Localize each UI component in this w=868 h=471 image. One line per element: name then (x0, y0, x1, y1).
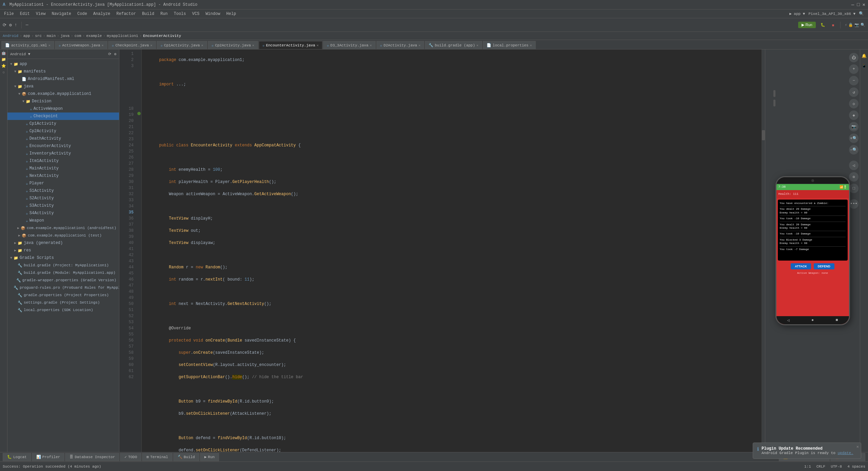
sidebar-sync-icon[interactable]: ⟳ (108, 52, 111, 56)
minimize-button[interactable]: — (851, 2, 854, 7)
stop-btn[interactable]: ■ (830, 22, 836, 28)
bottom-tab-db-inspector[interactable]: 🗄 Database Inspector (65, 453, 119, 461)
tree-cp2activity[interactable]: ▶ ☕ Cp2Activity (7, 127, 119, 135)
tree-androidtest[interactable]: ▶ 📦 com.example.myapplication1 (androidT… (7, 224, 119, 232)
tab-close-icon[interactable]: ✕ (102, 43, 104, 47)
tab-encounteractivity[interactable]: ☕ EncounterActivity.java ✕ (259, 41, 322, 49)
tree-s2activity[interactable]: ▶ ☕ S2Activity (7, 194, 119, 202)
more-btn[interactable]: ••• (849, 199, 859, 209)
tree-cp1activity[interactable]: ▶ ☕ Cp1Activity (7, 120, 119, 127)
menu-view[interactable]: View (33, 11, 48, 17)
menu-edit[interactable]: Edit (17, 11, 33, 17)
tab-close-icon[interactable]: ✕ (476, 43, 478, 47)
breadcrumb-main[interactable]: main (47, 34, 56, 38)
close-button[interactable]: ✕ (863, 2, 865, 7)
tree-settings-gradle[interactable]: ▶ 🔧 settings.gradle (Project Settings) (7, 299, 119, 306)
zoom-out-btn[interactable]: −🔍 (849, 145, 859, 155)
search-everywhere-btn[interactable]: 🔍 (859, 11, 864, 16)
tree-app[interactable]: ▼ 📁 app (7, 60, 119, 68)
menu-help[interactable]: Help (223, 11, 239, 17)
tab-build-gradle[interactable]: 🔧 build.gradle (app) ✕ (425, 41, 482, 49)
tree-itm1activity[interactable]: ▶ ☕ Itm1Activity (7, 157, 119, 165)
tree-nextactivity[interactable]: ▶ ☕ NextActivity (7, 172, 119, 180)
tab-close-icon[interactable]: ✕ (48, 43, 51, 47)
tab-local-properties[interactable]: 📄 local.properties ✕ (483, 41, 536, 49)
android-icon[interactable]: 🤖 (1, 51, 6, 55)
breadcrumb-com[interactable]: com (75, 34, 81, 38)
bottom-tab-run[interactable]: ▶ Run (200, 453, 219, 461)
breadcrumb-java[interactable]: java (61, 34, 70, 38)
phone-recents-nav[interactable]: ■ (835, 318, 838, 323)
tree-test[interactable]: ▶ 📦 com.example.myapplication1 (test) (7, 232, 119, 239)
menu-window[interactable]: Window (203, 11, 223, 17)
bottom-tab-terminal[interactable]: ⊞ Terminal (142, 453, 172, 461)
tree-gradle-scripts[interactable]: ▼ 📁 Gradle Scripts (7, 254, 119, 262)
menu-build[interactable]: Build (139, 11, 157, 17)
favorites-icon[interactable]: ⭐ (1, 64, 6, 68)
bottom-tab-profiler[interactable]: 📊 Profiler (32, 453, 65, 461)
bottom-tab-build[interactable]: 🔨 Build (173, 453, 199, 461)
volume-down-btn[interactable]: − (849, 76, 859, 85)
notifications-icon[interactable]: 🔔 (860, 52, 868, 60)
tab-d2activity[interactable]: ☕ D2Activity.java ✕ (376, 41, 425, 49)
tree-mainactivity[interactable]: ▶ ☕ MainActivity (7, 165, 119, 172)
maximize-button[interactable]: □ (857, 2, 860, 7)
breadcrumb-encounteractivity[interactable]: EncounterActivity (143, 34, 181, 38)
phone-attack-btn[interactable]: ATTACK (791, 263, 811, 269)
tree-androidmanifest[interactable]: ▶ 📄 AndroidManifest.xml (7, 75, 119, 83)
tree-decision[interactable]: ▼ 📁 Decision (7, 98, 119, 105)
tree-res[interactable]: ▶ 📁 res (7, 247, 119, 254)
title-bar-controls[interactable]: — □ ✕ (851, 2, 865, 7)
editor-scrollbar[interactable] (762, 49, 765, 452)
tree-s3activity[interactable]: ▶ ☕ S3Activity (7, 202, 119, 209)
variants-icon[interactable]: ⚙ (2, 70, 5, 75)
tab-close-icon[interactable]: ✕ (201, 43, 203, 47)
menu-run[interactable]: Run (158, 11, 171, 17)
tree-player[interactable]: ▶ ☕ Player (7, 180, 119, 187)
tree-encounteractivity[interactable]: ▶ ☕ EncounterActivity (7, 142, 119, 150)
tab-activeweapon[interactable]: ☕ ActiveWeapon.java ✕ (55, 41, 107, 49)
zoom-in-btn[interactable]: +🔍 (849, 134, 859, 143)
tree-local-properties[interactable]: ▶ 🔧 local.properties (SDK Location) (7, 306, 119, 314)
tree-java-generated[interactable]: ▶ 📁 java (generated) (7, 239, 119, 247)
tab-d3-3activity[interactable]: ☕ D3_3Activity.java ✕ (323, 41, 376, 49)
tree-com-example[interactable]: ▼ 📦 com.example.myapplication1 (7, 90, 119, 98)
camera-btn[interactable]: 📷 (849, 122, 859, 131)
tree-gradle-wrapper[interactable]: ▶ 🔧 gradle-wrapper.properties (Gradle Ve… (7, 277, 119, 284)
phone-home-nav[interactable]: ● (811, 318, 814, 323)
bottom-tab-logcat[interactable]: 🐛 Logcat (3, 453, 31, 461)
power-btn[interactable]: ⏻ (849, 53, 859, 62)
tab-close-icon[interactable]: ✕ (317, 43, 319, 47)
phone-defend-btn[interactable]: DEFEND (814, 263, 834, 269)
collapse-btn[interactable]: — (26, 22, 28, 27)
debug-btn[interactable]: 🐛 (818, 22, 827, 28)
tab-checkpoint[interactable]: ☕ Checkpoint.java ✕ (108, 41, 156, 49)
breadcrumb-example[interactable]: example (86, 34, 102, 38)
tree-java[interactable]: ▼ 📁 java (7, 83, 119, 90)
tab-close-icon[interactable]: ✕ (150, 43, 152, 47)
tree-manifests[interactable]: ▼ 📁 manifests (7, 68, 119, 75)
breadcrumb-android[interactable]: Android (3, 34, 18, 38)
phone-back-nav[interactable]: ◁ (787, 318, 790, 323)
code-editor[interactable]: package com.example.myapplication1; impo… (142, 49, 762, 452)
tab-cp2activity[interactable]: ☕ Cp2Activity.java ✕ (208, 41, 258, 49)
notif-close-btn[interactable]: ✕ (856, 444, 859, 449)
back-btn[interactable]: ◁ (849, 161, 859, 170)
volume-up-btn[interactable]: + (849, 64, 859, 74)
menu-vcs[interactable]: VCS (190, 11, 202, 17)
menu-tools[interactable]: Tools (171, 11, 189, 17)
vcs-btn[interactable]: ↑ (15, 22, 17, 27)
tree-checkpoint[interactable]: ▶ ☕ Checkpoint (7, 112, 119, 120)
tree-proguard[interactable]: ▶ 🔧 proguard-rules.pro (ProGuard Rules f… (7, 284, 119, 291)
sync-btn[interactable]: ⟳ (3, 22, 6, 28)
tree-s1activity[interactable]: ▶ ☕ S1Activity (7, 187, 119, 194)
phone-side-vol-up[interactable] (773, 90, 775, 97)
square-btn[interactable]: □ (849, 184, 859, 193)
notif-link[interactable]: update. (837, 451, 853, 455)
tab-close-icon[interactable]: ✕ (252, 43, 254, 47)
tree-build-gradle-mod[interactable]: ▶ 🔧 build.gradle (Module: MyApplication1… (7, 269, 119, 277)
breadcrumb-app[interactable]: app (23, 34, 30, 38)
tab-cp1activity[interactable]: ☕ Cp1Activity.java ✕ (157, 41, 207, 49)
tree-gradle-properties[interactable]: ▶ 🔧 gradle.properties (Project Propertie… (7, 291, 119, 299)
tree-weapon[interactable]: ▶ ☕ Weapon (7, 217, 119, 224)
